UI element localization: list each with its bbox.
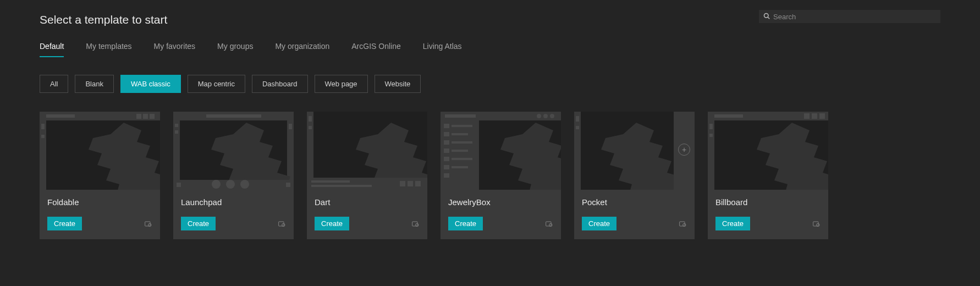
- template-name: Pocket: [582, 197, 687, 207]
- filter-blank[interactable]: Blank: [75, 75, 114, 93]
- template-name: Dart: [315, 197, 420, 207]
- template-thumbnail[interactable]: [441, 112, 561, 190]
- template-name: JewelryBox: [448, 197, 553, 207]
- template-thumbnail[interactable]: [708, 112, 828, 190]
- tab-living-atlas[interactable]: Living Atlas: [423, 42, 462, 57]
- template-name: Foldable: [47, 197, 152, 207]
- template-card: DartCreate: [307, 112, 427, 239]
- svg-rect-6: [412, 222, 417, 226]
- search-box[interactable]: [759, 10, 940, 23]
- svg-point-0: [764, 14, 769, 18]
- filter-dashboard[interactable]: Dashboard: [252, 75, 308, 93]
- create-button[interactable]: Create: [315, 217, 349, 230]
- template-grid: FoldableCreate LaunchpadCreate DartCreat…: [40, 112, 940, 239]
- search-input[interactable]: [773, 13, 936, 21]
- tab-my-favorites[interactable]: My favorites: [154, 42, 195, 57]
- preview-icon[interactable]: [277, 219, 286, 228]
- search-icon: [763, 12, 770, 21]
- filter-map-centric[interactable]: Map centric: [188, 75, 245, 93]
- filter-web-page[interactable]: Web page: [315, 75, 368, 93]
- tab-arcgis-online[interactable]: ArcGIS Online: [351, 42, 400, 57]
- create-button[interactable]: Create: [582, 217, 616, 230]
- template-name: Billboard: [715, 197, 821, 207]
- svg-rect-12: [813, 222, 818, 226]
- template-thumbnail[interactable]: [173, 112, 294, 190]
- tab-my-groups[interactable]: My groups: [217, 42, 253, 57]
- create-button[interactable]: Create: [715, 217, 750, 230]
- source-tabs: DefaultMy templatesMy favoritesMy groups…: [40, 42, 940, 57]
- filter-all[interactable]: All: [40, 75, 68, 93]
- template-thumbnail[interactable]: +: [574, 112, 695, 190]
- template-thumbnail[interactable]: [307, 112, 427, 190]
- tab-default[interactable]: Default: [40, 42, 64, 57]
- svg-rect-2: [145, 222, 150, 226]
- create-button[interactable]: Create: [47, 217, 82, 230]
- preview-icon[interactable]: [678, 219, 687, 228]
- category-filters: AllBlankWAB classicMap centricDashboardW…: [40, 75, 940, 93]
- svg-rect-10: [680, 222, 685, 226]
- create-button[interactable]: Create: [448, 217, 483, 230]
- template-card: LaunchpadCreate: [173, 112, 294, 239]
- filter-website[interactable]: Website: [375, 75, 421, 93]
- tab-my-templates[interactable]: My templates: [86, 42, 131, 57]
- preview-icon[interactable]: [144, 219, 152, 228]
- filter-wab-classic[interactable]: WAB classic: [120, 75, 181, 93]
- svg-rect-4: [279, 222, 284, 226]
- preview-icon[interactable]: [544, 219, 553, 228]
- preview-icon[interactable]: [812, 219, 821, 228]
- template-card: + PocketCreate: [574, 112, 695, 239]
- tab-my-organization[interactable]: My organization: [275, 42, 329, 57]
- create-button[interactable]: Create: [181, 217, 216, 230]
- template-thumbnail[interactable]: [40, 112, 160, 190]
- template-card: BillboardCreate: [708, 112, 828, 239]
- template-card: JewelryBoxCreate: [441, 112, 561, 239]
- svg-rect-8: [546, 222, 551, 226]
- svg-line-1: [768, 17, 769, 19]
- template-card: FoldableCreate: [40, 112, 160, 239]
- preview-icon[interactable]: [411, 219, 420, 228]
- template-name: Launchpad: [181, 197, 286, 207]
